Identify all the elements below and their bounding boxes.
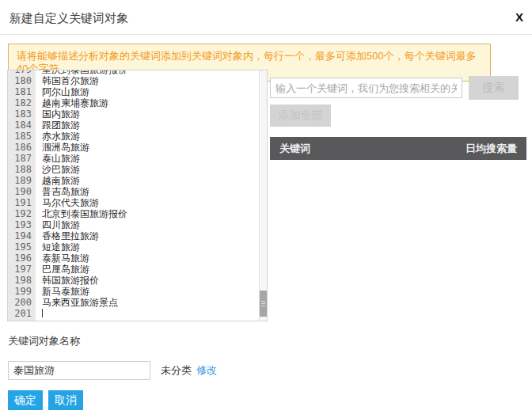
editor-line: 189越南旅游 <box>8 175 259 186</box>
create-keyword-object-dialog: 新建自定义关键词对象 X 请将能够描述分析对象的关键词添加到关键词对象内，每行一… <box>0 0 532 418</box>
editor-line: 191马尔代夫旅游 <box>8 197 259 208</box>
close-icon[interactable]: X <box>515 11 523 24</box>
category-value: 未分类 <box>161 363 192 378</box>
editor-line: 197巴厘岛旅游 <box>8 264 259 275</box>
editor-line: 183国内旅游 <box>8 108 259 120</box>
keyword-search-input[interactable] <box>270 78 462 98</box>
editor-line: 190普吉岛旅游 <box>8 186 259 197</box>
editor-line: 193四川旅游 <box>8 219 259 230</box>
editor-line: 195短途旅游 <box>8 241 259 253</box>
editor-line: 181阿尔山旅游 <box>8 86 259 97</box>
editor-line: 199新马泰旅游 <box>8 286 259 297</box>
object-name-row: 未分类 修改 <box>8 361 217 380</box>
column-keyword: 关键词 <box>279 142 310 156</box>
text-cursor <box>42 309 43 317</box>
search-button[interactable]: 搜索 <box>469 76 519 100</box>
editor-line: 186涠洲岛旅游 <box>8 142 259 153</box>
keyword-search-panel: 搜索 添加全部 关键词 日均搜索量 <box>270 76 526 160</box>
confirm-button[interactable]: 确定 <box>8 390 43 410</box>
column-avg-search-volume: 日均搜索量 <box>466 142 517 156</box>
editor-lines[interactable]: 179重庆到泰国旅游报价180韩国首尔旅游181阿尔山旅游182越南柬埔寨旅游1… <box>8 70 259 319</box>
object-name-input[interactable] <box>8 361 150 380</box>
editor-scrollbar-thumb[interactable] <box>260 291 267 317</box>
editor-line: 196泰新马旅游 <box>8 253 259 264</box>
editor-line: 187泰山旅游 <box>8 153 259 164</box>
keyword-list-editor[interactable]: 179重庆到泰国旅游报价180韩国首尔旅游181阿尔山旅游182越南柬埔寨旅游1… <box>7 70 268 321</box>
dialog-title: 新建自定义关键词对象 <box>10 11 128 26</box>
editor-line: 185赤水旅游 <box>8 131 259 142</box>
results-table-header: 关键词 日均搜索量 <box>270 137 526 160</box>
cancel-button[interactable]: 取消 <box>48 390 83 410</box>
editor-line: 194香格里拉旅游 <box>8 230 259 241</box>
editor-line: 192北京到泰国旅游报价 <box>8 208 259 219</box>
search-row: 搜索 <box>270 76 526 100</box>
editor-line: 188沙巴旅游 <box>8 164 259 175</box>
editor-line: 200马来西亚旅游景点 <box>8 297 259 308</box>
editor-line: 198韩国旅游报价 <box>8 275 259 286</box>
editor-scrollbar[interactable] <box>259 70 267 321</box>
add-all-button[interactable]: 添加全部 <box>270 104 331 127</box>
object-name-label: 关键词对象名称 <box>8 334 80 348</box>
editor-line: 182越南柬埔寨旅游 <box>8 97 259 108</box>
header-divider <box>0 34 532 35</box>
editor-line: 180韩国首尔旅游 <box>8 75 259 86</box>
editor-line: 201 <box>8 308 259 319</box>
editor-line: 179重庆到泰国旅游报价 <box>8 70 259 75</box>
editor-line: 184跟团旅游 <box>8 120 259 131</box>
modify-category-link[interactable]: 修改 <box>196 363 217 378</box>
